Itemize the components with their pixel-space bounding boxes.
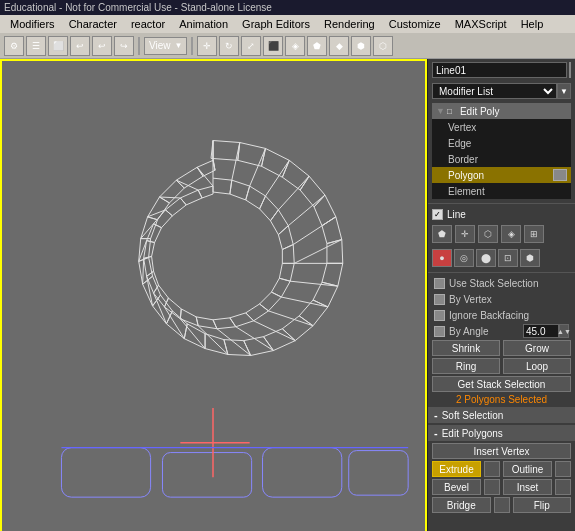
soft-selection-header[interactable]: - Soft Selection <box>428 407 575 423</box>
use-stack-checkbox[interactable] <box>434 278 445 289</box>
bevel-inset-row: Bevel Inset <box>428 478 575 496</box>
toolbar-btn-undo[interactable]: ↩ <box>92 36 112 56</box>
grow-button[interactable]: Grow <box>503 340 571 356</box>
toolbar-btn-6[interactable]: ◈ <box>285 36 305 56</box>
toolbar-scale[interactable]: ⤢ <box>241 36 261 56</box>
sel-icon-1[interactable]: ● <box>432 249 452 267</box>
menu-animation[interactable]: Animation <box>173 17 234 31</box>
angle-input[interactable] <box>523 324 559 338</box>
toolbar-btn-8[interactable]: ◆ <box>329 36 349 56</box>
modifier-dropdown-arrow[interactable]: ▼ <box>557 83 571 99</box>
bridge-button[interactable]: Bridge <box>432 497 491 513</box>
toolbar-btn-1[interactable]: ⚙ <box>4 36 24 56</box>
menu-reactor[interactable]: reactor <box>125 17 171 31</box>
object-color-swatch[interactable] <box>569 62 571 78</box>
loop-button[interactable]: Loop <box>503 358 571 374</box>
ignore-backfacing-row: Ignore Backfacing <box>428 307 575 323</box>
flip-button[interactable]: Flip <box>513 497 572 513</box>
sel-icon-5[interactable]: ⬢ <box>520 249 540 267</box>
object-name-bar <box>428 59 575 81</box>
main-layout: Modifier List ▼ ▼ □ Edit Poly Vertex Edg… <box>0 59 575 531</box>
ring-button[interactable]: Ring <box>432 358 500 374</box>
bevel-settings-btn[interactable] <box>484 479 500 495</box>
separator-1 <box>428 203 575 204</box>
inset-settings-btn[interactable] <box>555 479 571 495</box>
modifier-dropdown-row: Modifier List ▼ <box>428 81 575 101</box>
menu-bar: Modifiers Character reactor Animation Gr… <box>0 15 575 33</box>
menu-modifiers[interactable]: Modifiers <box>4 17 61 31</box>
scene-svg <box>2 61 425 531</box>
extrude-button[interactable]: Extrude <box>432 461 481 477</box>
toolbar-btn-9[interactable]: ⬢ <box>351 36 371 56</box>
stack-icon-edit-poly: □ <box>447 106 457 116</box>
object-name-input[interactable] <box>432 62 567 78</box>
toolbar-btn-7[interactable]: ⬟ <box>307 36 327 56</box>
toolbar: ⚙ ☰ ⬜ ↩ ↩ ↪ View ▼ ✛ ↻ ⤢ ⬛ ◈ ⬟ ◆ ⬢ ⬡ <box>0 33 575 59</box>
panel-icon-1[interactable]: ⬟ <box>432 225 452 243</box>
menu-graph-editors[interactable]: Graph Editors <box>236 17 316 31</box>
edit-poly-minus: - <box>434 427 438 439</box>
stack-item-border[interactable]: Border <box>432 151 571 167</box>
bevel-button[interactable]: Bevel <box>432 479 481 495</box>
sel-icon-2[interactable]: ◎ <box>454 249 474 267</box>
toolbar-btn-10[interactable]: ⬡ <box>373 36 393 56</box>
sel-icons-row: ● ◎ ⬤ ⊡ ⬢ <box>428 246 575 270</box>
inset-button[interactable]: Inset <box>503 479 552 495</box>
menu-maxscript[interactable]: MAXScript <box>449 17 513 31</box>
extrude-settings-btn[interactable] <box>484 461 500 477</box>
line-checkbox[interactable]: ✓ <box>432 209 443 220</box>
panel-icon-4[interactable]: ◈ <box>501 225 521 243</box>
modifier-stack: ▼ □ Edit Poly Vertex Edge Border Polygon… <box>432 103 571 199</box>
menu-rendering[interactable]: Rendering <box>318 17 381 31</box>
use-stack-row: Use Stack Selection <box>428 275 575 291</box>
viewport[interactable] <box>0 59 427 531</box>
edit-polygons-header[interactable]: - Edit Polygons <box>428 425 575 441</box>
menu-customize[interactable]: Customize <box>383 17 447 31</box>
get-stack-button[interactable]: Get Stack Selection <box>432 376 571 392</box>
outline-button[interactable]: Outline <box>503 461 552 477</box>
soft-sel-minus: - <box>434 409 438 421</box>
ignore-backfacing-checkbox[interactable] <box>434 310 445 321</box>
insert-vertex-row: Insert Vertex <box>428 442 575 460</box>
sel-icon-3[interactable]: ⬤ <box>476 249 496 267</box>
panel-icon-5[interactable]: ⊞ <box>524 225 544 243</box>
view-dropdown[interactable]: View ▼ <box>144 37 187 55</box>
toolbar-btn-redo[interactable]: ↪ <box>114 36 134 56</box>
outline-settings-btn[interactable] <box>555 461 571 477</box>
shrink-button[interactable]: Shrink <box>432 340 500 356</box>
toolbar-btn-2[interactable]: ☰ <box>26 36 46 56</box>
separator-2 <box>428 272 575 273</box>
menu-help[interactable]: Help <box>515 17 550 31</box>
toolbar-btn-4[interactable]: ↩ <box>70 36 90 56</box>
stack-item-polygon[interactable]: Polygon <box>432 167 571 183</box>
menu-character[interactable]: Character <box>63 17 123 31</box>
panel-icon-2[interactable]: ✛ <box>455 225 475 243</box>
title-bar: Educational - Not for Commercial Use - S… <box>0 0 575 15</box>
get-stack-row: Get Stack Selection <box>428 375 575 393</box>
ring-loop-row: Ring Loop <box>428 357 575 375</box>
modifier-list-dropdown[interactable]: Modifier List <box>432 83 557 99</box>
toolbar-btn-3[interactable]: ⬜ <box>48 36 68 56</box>
view-dropdown-arrow: ▼ <box>175 41 183 50</box>
stack-item-element[interactable]: Element <box>432 183 571 199</box>
extrude-outline-row: Extrude Outline <box>428 460 575 478</box>
sel-icon-4[interactable]: ⊡ <box>498 249 518 267</box>
bridge-settings-btn[interactable] <box>494 497 510 513</box>
stack-item-edit-poly[interactable]: ▼ □ Edit Poly <box>432 103 571 119</box>
toolbar-move[interactable]: ✛ <box>197 36 217 56</box>
by-vertex-row: By Vertex <box>428 291 575 307</box>
toolbar-btn-5[interactable]: ⬛ <box>263 36 283 56</box>
panel-icon-3[interactable]: ⬡ <box>478 225 498 243</box>
toolbar-sep-1 <box>138 37 140 55</box>
angle-spin[interactable]: ▲▼ <box>559 324 569 338</box>
insert-vertex-button[interactable]: Insert Vertex <box>432 443 571 459</box>
stack-item-edge[interactable]: Edge <box>432 135 571 151</box>
by-vertex-checkbox[interactable] <box>434 294 445 305</box>
icons-row: ⬟ ✛ ⬡ ◈ ⊞ <box>428 222 575 246</box>
toolbar-rotate[interactable]: ↻ <box>219 36 239 56</box>
right-panel: Modifier List ▼ ▼ □ Edit Poly Vertex Edg… <box>427 59 575 531</box>
stack-item-vertex[interactable]: Vertex <box>432 119 571 135</box>
by-angle-checkbox[interactable] <box>434 326 445 337</box>
selection-status: 2 Polygons Selected <box>428 393 575 406</box>
bridge-flip-row: Bridge Flip <box>428 496 575 514</box>
